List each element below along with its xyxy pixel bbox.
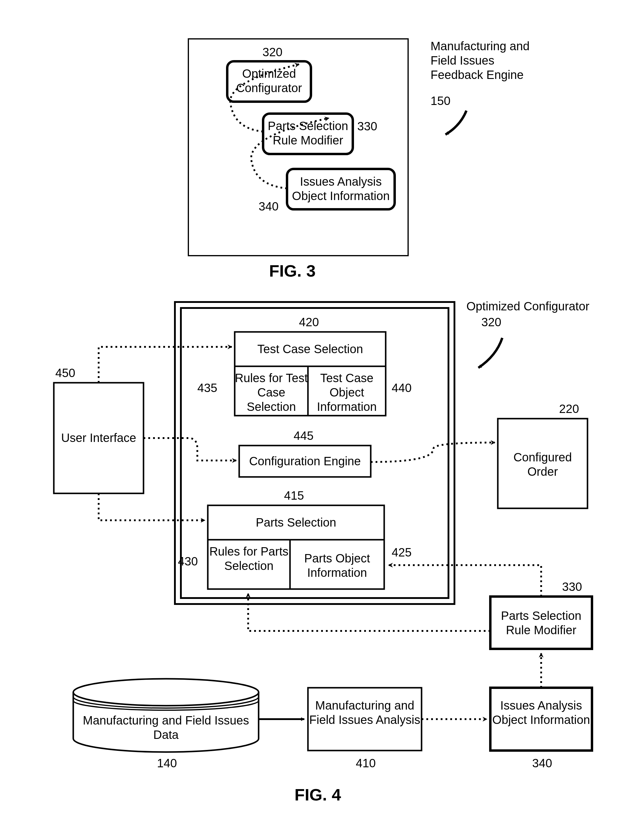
label-430: 430 (178, 555, 198, 568)
box-parts-selection-rule-modifier: Parts Selection Rule Modifier (263, 119, 353, 147)
label-320: 320 (262, 46, 282, 59)
label-445: 445 (294, 429, 314, 443)
box-parts-selection: Parts Selection (208, 515, 384, 529)
box-iaoi-4: Issues Analysis Object Information (490, 698, 592, 727)
box-issues-analysis-object-info: Issues Analysis Object Information (287, 174, 395, 203)
label-220: 220 (559, 402, 579, 416)
label-320-4: 320 (481, 316, 501, 329)
box-parts-obj: Parts Object Information (290, 551, 384, 580)
label-330: 330 (357, 120, 377, 133)
label-330-4: 330 (562, 580, 582, 593)
label-440: 440 (392, 381, 412, 395)
label-150: 150 (431, 94, 451, 107)
label-435: 435 (197, 381, 217, 395)
label-340: 340 (259, 200, 279, 213)
box-optimized-configurator: Optimized Configurator (227, 66, 311, 95)
label-450: 450 (55, 366, 75, 380)
label-425: 425 (392, 546, 412, 559)
fig4-title: FIG. 4 (294, 785, 341, 804)
fig3-title: FIG. 3 (269, 261, 316, 281)
db-label: Manufacturing and Field Issues Data (73, 713, 259, 742)
box-mfia: Manufacturing and Field Issues Analysis (308, 698, 422, 727)
box-config-engine: Configuration Engine (239, 454, 371, 468)
box-user-interface: User Interface (54, 431, 144, 445)
box-rules-test-case: Rules for Test Case Selection (235, 371, 308, 414)
label-420: 420 (299, 316, 319, 329)
label-340-4: 340 (532, 756, 552, 770)
box-test-case-obj: Test Case Object Information (308, 371, 386, 414)
box-rules-parts: Rules for Parts Selection (208, 544, 290, 573)
box-configured-order: Configured Order (498, 450, 587, 479)
box-test-case-selection: Test Case Selection (235, 342, 386, 356)
box-psrm-4: Parts Selection Rule Modifier (490, 609, 592, 637)
svg-point-18 (73, 679, 259, 706)
label-415: 415 (284, 489, 304, 502)
label-410: 410 (356, 756, 376, 770)
label-140: 140 (157, 756, 177, 770)
label-optimized-configurator-4: Optimized Configurator (466, 299, 592, 313)
label-feedback-engine: Manufacturing and Field Issues Feedback … (431, 39, 535, 82)
